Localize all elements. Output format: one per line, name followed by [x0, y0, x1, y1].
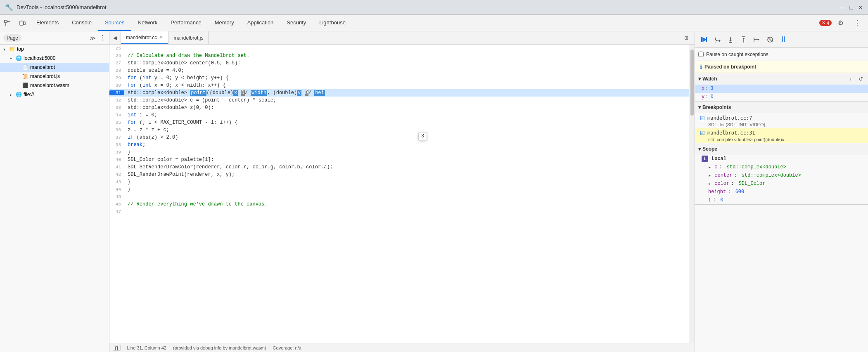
breakpoints-section-header[interactable]: Breakpoints	[695, 102, 868, 113]
tab-lighthouse[interactable]: Lighthouse	[313, 15, 352, 31]
tab-memory[interactable]: Memory	[208, 15, 241, 31]
scope-val-i: 0	[721, 197, 723, 203]
close-button[interactable]: ✕	[858, 4, 863, 11]
file-icon-2: 📜	[22, 73, 28, 79]
device-toolbar-button[interactable]	[15, 15, 30, 31]
breakpoint-banner: ℹ Paused on breakpoint	[695, 61, 868, 73]
scope-arrow-center: ▸	[708, 172, 711, 179]
watch-chevron	[698, 76, 701, 82]
minimize-button[interactable]: —	[839, 4, 845, 11]
scope-local: L Local ▸ c : std::complex<double> ▸ cen…	[695, 155, 868, 204]
watch-key-x: x	[702, 86, 704, 92]
panel-menu-button[interactable]: ⋮	[99, 34, 106, 42]
code-line-35: 35 for (; i < MAX_ITER_COUNT - 1; i++) {	[109, 119, 689, 126]
tab-network[interactable]: Network	[131, 15, 164, 31]
scope-entry-c[interactable]: ▸ c : std::complex<double>	[695, 163, 868, 171]
tree-arrow-file: ▸	[10, 92, 14, 97]
code-editor[interactable]: 25 26 // Calculate and draw the Mandelbr…	[109, 45, 695, 343]
left-panel-header: Page ≫ ⋮	[0, 31, 109, 45]
bp-1-code: SDL_Init(SDL_INIT_VIDEO);	[700, 122, 863, 127]
scope-local-label: Local	[711, 156, 726, 162]
settings-button[interactable]: ⚙	[833, 19, 848, 27]
editor-tab-js[interactable]: mandelbrot.js	[168, 31, 209, 44]
scope-entry-height[interactable]: height : 600	[695, 188, 868, 196]
tree-item-top[interactable]: ▾ 📁 top	[0, 45, 109, 54]
breakpoint-item-2[interactable]: ☑ mandelbrot.cc:31 std::complex<double> …	[695, 128, 868, 143]
tree-item-mandelbrot-wasm[interactable]: ⬛ mandelbrot.wasm	[0, 81, 109, 90]
deactivate-breakpoints-button[interactable]	[764, 34, 776, 45]
scope-val-color: SDL_Color	[739, 181, 766, 187]
variable-tooltip: 3	[418, 132, 427, 140]
main-toolbar: Elements Console Sources Network Perform…	[0, 15, 868, 31]
watch-entry-x[interactable]: x : 3	[695, 85, 868, 93]
scope-section: Scope L Local ▸ c : std::complex<double>	[695, 143, 868, 205]
step-out-button[interactable]	[738, 34, 749, 45]
folder-icon: 📁	[9, 46, 15, 52]
scope-arrow-color: ▸	[708, 181, 711, 187]
breakpoint-item-1[interactable]: ☑ mandelbrot.cc:7 SDL_Init(SDL_INIT_VIDE…	[695, 113, 868, 128]
source-info: (provided via debug info by mandelbrot.w…	[173, 345, 266, 350]
step-button[interactable]	[751, 34, 763, 45]
navigation-tabs: Elements Console Sources Network Perform…	[30, 15, 819, 31]
tree-item-file[interactable]: ▸ 🌐 file://	[0, 90, 109, 99]
tab-performance[interactable]: Performance	[164, 15, 208, 31]
maximize-button[interactable]: □	[850, 4, 853, 11]
svg-marker-14	[742, 38, 745, 39]
tab-security[interactable]: Security	[280, 15, 313, 31]
watch-val-x: 3	[711, 86, 714, 92]
scope-entry-color[interactable]: ▸ color : SDL_Color	[695, 180, 868, 188]
pause-on-exceptions-button[interactable]: ⏸	[778, 34, 789, 45]
pause-caught-checkbox[interactable]	[698, 52, 704, 57]
svg-marker-5	[702, 37, 707, 42]
file-icon-3: ⬛	[22, 83, 28, 88]
tree-label-localhost: localhost:5000	[24, 55, 55, 61]
resume-button[interactable]	[698, 34, 710, 45]
error-badge[interactable]: ✕ 4	[819, 20, 832, 26]
editor-tab-cc-close[interactable]: ✕	[159, 35, 163, 40]
breakpoints-section: Breakpoints ☑ mandelbrot.cc:7 SDL_Init(S…	[695, 102, 868, 143]
code-line-40: 40 SDL_Color color = palette[i];	[109, 156, 689, 163]
step-into-button[interactable]	[725, 34, 736, 45]
editor-tab-actions: ⊞	[681, 31, 695, 44]
scope-entry-center[interactable]: ▸ center : std::complex<double>	[695, 171, 868, 180]
titlebar: 🔧 DevTools - localhost:5000/mandelbrot —…	[0, 0, 868, 15]
watch-section-header[interactable]: Watch + ↺	[695, 73, 868, 85]
svg-rect-0	[5, 20, 7, 23]
tab-back-button[interactable]: ◀	[109, 31, 121, 44]
code-line-34: 34 int i = 0;	[109, 111, 689, 119]
editor-tab-cc[interactable]: mandelbrot.cc ✕	[121, 31, 168, 44]
bp-2-code: std::complex<double> point((double)x...	[700, 137, 863, 142]
open-file-button[interactable]: ⊞	[681, 33, 691, 43]
vertical-scrollbar[interactable]	[689, 45, 695, 343]
tree-item-mandelbrot-cc[interactable]: 📄 mandelbrot	[0, 63, 109, 72]
watch-add-button[interactable]: +	[847, 75, 855, 83]
more-button[interactable]: ⋮	[850, 19, 865, 27]
watch-entry-y[interactable]: y : 0	[695, 93, 868, 101]
tab-sources[interactable]: Sources	[98, 15, 131, 31]
bp-1-check-icon: ☑	[700, 115, 705, 121]
svg-rect-4	[24, 22, 25, 25]
watch-refresh-button[interactable]: ↺	[856, 75, 865, 83]
step-over-button[interactable]	[711, 34, 723, 45]
file-tree: ▾ 📁 top ▾ 🌐 localhost:5000 📄 mandelbrot …	[0, 45, 109, 352]
inspect-element-button[interactable]	[0, 15, 15, 31]
pause-caught-label[interactable]: Pause on caught exceptions	[706, 52, 768, 57]
pause-exceptions-row: Pause on caught exceptions	[695, 48, 868, 61]
bp-2-row[interactable]: ☑ mandelbrot.cc:31	[700, 129, 863, 137]
svg-marker-11	[729, 40, 732, 42]
tab-elements[interactable]: Elements	[30, 15, 65, 31]
tree-label-file: file://	[24, 92, 34, 97]
left-panel: Page ≫ ⋮ ▾ 📁 top ▾ 🌐 localhost:5000 📄 ma…	[0, 31, 109, 352]
page-tab[interactable]: Page	[3, 34, 21, 42]
scope-entry-i[interactable]: i : 0	[695, 196, 868, 204]
tree-item-mandelbrot-js[interactable]: 📜 mandelbrot.js	[0, 72, 109, 81]
bp-1-row[interactable]: ☑ mandelbrot.cc:7	[700, 114, 863, 122]
tree-item-localhost[interactable]: ▾ 🌐 localhost:5000	[0, 54, 109, 63]
panel-more-button[interactable]: ≫	[90, 35, 96, 41]
scope-local-header[interactable]: L Local	[695, 155, 868, 163]
tab-application[interactable]: Application	[241, 15, 280, 31]
main-area: Page ≫ ⋮ ▾ 📁 top ▾ 🌐 localhost:5000 📄 ma…	[0, 31, 868, 352]
tab-console[interactable]: Console	[65, 15, 98, 31]
scope-section-header[interactable]: Scope	[695, 143, 868, 155]
pretty-print-button[interactable]: {}	[113, 345, 121, 351]
